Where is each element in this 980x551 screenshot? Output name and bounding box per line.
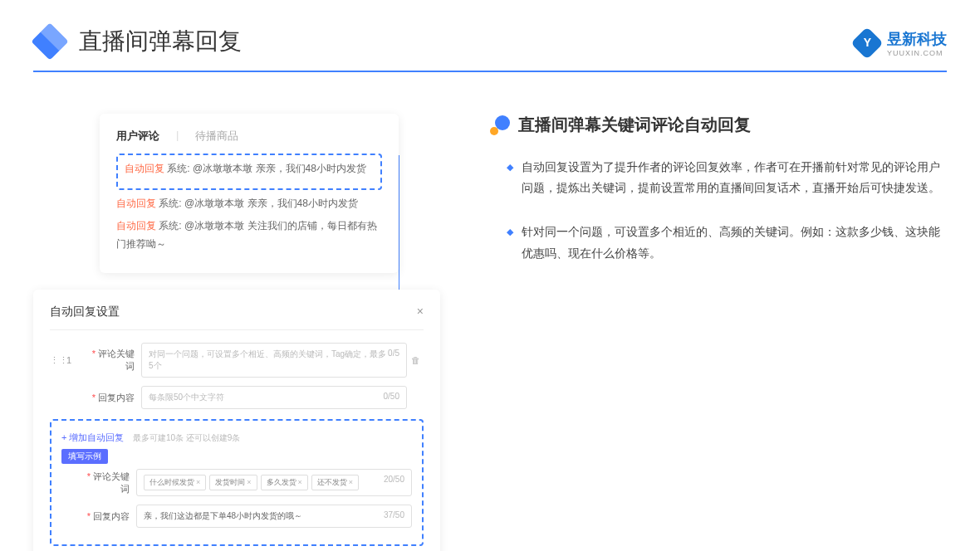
content-input[interactable]: 每条限50个中文字符 0/50: [141, 386, 407, 409]
brand-logo-icon: [850, 27, 884, 60]
keyword-tag: 还不发货×: [311, 475, 359, 490]
add-reply-link[interactable]: + 增加自动回复: [61, 432, 124, 442]
auto-reply-tag: 自动回复: [116, 197, 156, 209]
brand-name: 昱新科技: [887, 31, 947, 47]
feature-item: 针对同一个问题，可设置多个相近的、高频的关键词。例如：这款多少钱、这块能优惠吗、…: [507, 222, 947, 263]
page-title: 直播间弹幕回复: [79, 26, 242, 57]
section-heading: 直播间弹幕关键词评论自动回复: [518, 114, 751, 136]
drag-icon[interactable]: ⋮⋮: [50, 355, 66, 366]
keyword-input[interactable]: 对同一个问题，可设置多个相近、高频的关键词，Tag确定，最多5个 0/5: [141, 343, 407, 378]
reply-text-1: 系统: @冰墩墩本墩 亲亲，我们48小时内发货: [164, 163, 366, 174]
auto-reply-tag: 自动回复: [116, 220, 156, 232]
close-icon[interactable]: ×: [417, 305, 424, 319]
brand: 昱新科技 YUUXIN.COM: [855, 29, 947, 57]
content-label: 回复内容: [83, 392, 141, 404]
feature-item: 自动回复设置为了提升作者的评论回复效率，作者可在开播前针对常见的评论用户问题，提…: [507, 157, 947, 198]
tab-products[interactable]: 待播商品: [195, 129, 238, 144]
keyword-tag: 发货时间×: [209, 475, 257, 490]
auto-reply-tag: 自动回复: [125, 163, 164, 174]
reply-text-2: 系统: @冰墩墩本墩 亲亲，我们48小时内发货: [156, 197, 358, 209]
ex-keyword-label: 评论关键词: [78, 471, 136, 495]
chat-bubble-icon: [490, 115, 510, 135]
row-index: 1: [66, 355, 83, 365]
settings-modal: 自动回复设置 × ⋮⋮ 1 评论关键词 对同一个问题，可设置多个相近、高频的关键…: [33, 290, 440, 551]
modal-title: 自动回复设置: [50, 305, 120, 319]
logo-icon: [33, 25, 66, 58]
keyword-tag: 多久发货×: [261, 475, 308, 490]
brand-sub: YUUXIN.COM: [887, 49, 947, 57]
example-tags: 什么时候发货×发货时间×多久发货×还不发货× 20/50: [136, 469, 412, 496]
delete-icon[interactable]: 🗑: [407, 355, 424, 365]
highlighted-reply: 自动回复 系统: @冰墩墩本墩 亲亲，我们48小时内发货: [116, 154, 382, 190]
ex-content-label: 回复内容: [78, 510, 136, 523]
keyword-tag: 什么时候发货×: [144, 475, 206, 490]
tab-divider: |: [176, 129, 179, 144]
example-badge: 填写示例: [61, 449, 108, 464]
example-content: 亲，我们这边都是下单48小时内发货的哦～ 37/50: [136, 505, 412, 528]
feature-list: 自动回复设置为了提升作者的评论回复效率，作者可在开播前针对常见的评论用户问题，提…: [490, 157, 947, 264]
tab-comments[interactable]: 用户评论: [116, 129, 159, 144]
comment-panel: 用户评论 | 待播商品 自动回复 系统: @冰墩墩本墩 亲亲，我们48小时内发货…: [100, 114, 399, 273]
example-area: + 增加自动回复 最多可建10条 还可以创建9条 填写示例 评论关键词 什么时候…: [50, 419, 424, 546]
reply-text-3: 系统: @冰墩墩本墩 关注我们的店铺，每日都有热门推荐呦～: [116, 220, 377, 250]
keyword-label: 评论关键词: [83, 348, 141, 373]
add-hint: 最多可建10条 还可以创建9条: [133, 433, 240, 442]
